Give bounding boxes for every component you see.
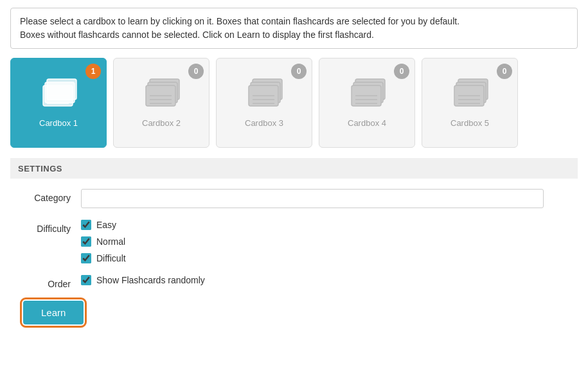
page-wrapper: Please select a cardbox to learn by clic… xyxy=(0,0,588,342)
cardbox-label-5: Cardbox 5 xyxy=(450,118,489,128)
difficulty-label: Difficulty xyxy=(23,220,81,234)
learn-button-wrapper: Learn xyxy=(23,301,565,324)
cardbox-item-4[interactable]: 0Cardbox 4 xyxy=(319,58,415,148)
order-label: Order xyxy=(23,275,81,289)
settings-header: SETTINGS xyxy=(10,158,578,179)
order-row: Order Show Flashcards randomly xyxy=(23,275,565,289)
order-random-checkbox[interactable] xyxy=(81,275,91,285)
difficulty-options: EasyNormalDifficult xyxy=(81,220,565,263)
cardbox-label-3: Cardbox 3 xyxy=(245,118,283,128)
cardbox-badge-1: 1 xyxy=(85,64,101,79)
cardbox-label-1: Cardbox 1 xyxy=(39,118,78,128)
category-row: Category xyxy=(23,189,565,208)
difficulty-row-difficult: Difficult xyxy=(81,253,565,263)
learn-button[interactable]: Learn xyxy=(23,301,84,324)
settings-body: Category Difficulty EasyNormalDifficult … xyxy=(10,179,578,335)
order-random-label: Show Flashcards randomly xyxy=(96,275,205,285)
cardbox-item-1[interactable]: 1Cardbox 1 xyxy=(10,58,107,148)
cardbox-item-2[interactable]: 0Cardbox 2 xyxy=(113,58,209,148)
cardbox-label-4: Cardbox 4 xyxy=(348,118,386,128)
info-box: Please select a cardbox to learn by clic… xyxy=(10,8,578,49)
difficulty-checkbox-normal[interactable] xyxy=(81,236,91,247)
cardbox-icon-5 xyxy=(450,78,489,113)
difficulty-row-easy: Easy xyxy=(81,220,565,230)
difficulty-checkbox-easy[interactable] xyxy=(81,220,91,230)
difficulty-label-easy: Easy xyxy=(96,220,116,230)
category-label: Category xyxy=(23,189,81,203)
cardbox-label-2: Cardbox 2 xyxy=(142,118,181,128)
info-text-line2: Boxes without flashcards cannot be selec… xyxy=(20,30,374,40)
difficulty-label-difficult: Difficult xyxy=(96,253,126,263)
cardbox-item-3[interactable]: 0Cardbox 3 xyxy=(216,58,312,148)
difficulty-label-normal: Normal xyxy=(96,236,125,247)
cardbox-row: 1Cardbox 10Cardbox 20Cardbox 30Cardbox 4… xyxy=(10,58,578,148)
cardbox-badge-4: 0 xyxy=(394,64,409,79)
category-input[interactable] xyxy=(81,189,544,208)
cardbox-icon-3 xyxy=(245,78,283,113)
cardbox-icon-4 xyxy=(348,78,386,113)
difficulty-row-normal: Normal xyxy=(81,236,565,247)
order-control: Show Flashcards randomly xyxy=(81,275,565,285)
cardbox-icon-2 xyxy=(142,78,181,113)
category-control xyxy=(81,189,565,208)
cardbox-icon-1 xyxy=(39,78,78,113)
difficulty-checkbox-difficult[interactable] xyxy=(81,253,91,263)
difficulty-row: Difficulty EasyNormalDifficult xyxy=(23,220,565,263)
cardbox-badge-3: 0 xyxy=(291,64,307,79)
cardbox-item-5[interactable]: 0Cardbox 5 xyxy=(422,58,518,148)
cardbox-badge-2: 0 xyxy=(188,64,204,79)
cardbox-badge-5: 0 xyxy=(497,64,512,79)
order-option-row: Show Flashcards randomly xyxy=(81,275,565,285)
settings-title: SETTINGS xyxy=(18,164,62,173)
info-text-line1: Please select a cardbox to learn by clic… xyxy=(20,16,459,26)
